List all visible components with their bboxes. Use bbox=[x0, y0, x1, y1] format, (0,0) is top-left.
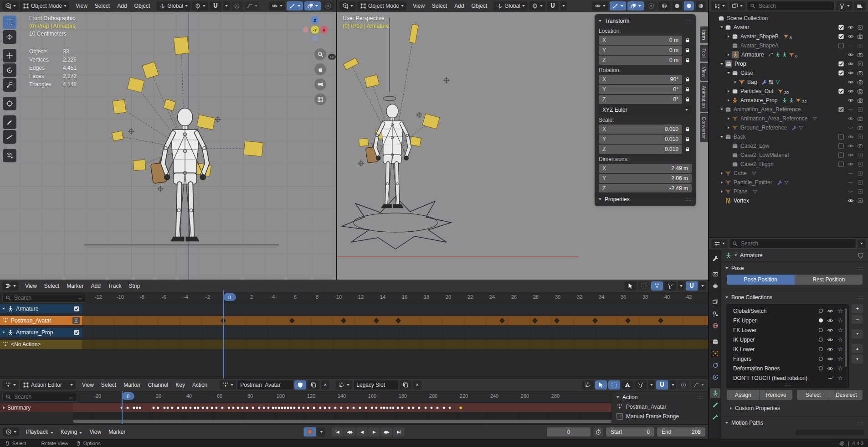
keyframe-dot[interactable] bbox=[166, 406, 169, 409]
pivot-select[interactable] bbox=[192, 1, 208, 10]
sidebar-tab-item[interactable]: Item bbox=[700, 26, 708, 43]
keyframe-dot[interactable] bbox=[170, 406, 174, 409]
filter-options[interactable] bbox=[678, 281, 684, 291]
play-button[interactable]: ▶ bbox=[369, 427, 380, 437]
properties-tab-output[interactable] bbox=[710, 281, 720, 291]
lock-icon[interactable] bbox=[685, 146, 692, 152]
play-reverse-button[interactable]: ◀ bbox=[356, 427, 368, 437]
keyframe-dot[interactable] bbox=[257, 406, 261, 409]
keyframe-dot[interactable] bbox=[189, 406, 192, 409]
keyframe-dot[interactable] bbox=[418, 406, 421, 409]
move-up-button[interactable]: ▲ bbox=[852, 344, 863, 353]
panel-grip-icon[interactable]: :::: bbox=[685, 19, 692, 23]
keyframe-dot[interactable] bbox=[430, 406, 433, 409]
nla-keyframe[interactable] bbox=[499, 318, 504, 323]
toggle-excl[interactable] bbox=[857, 198, 864, 204]
track-channel[interactable]: <No Action> bbox=[0, 340, 82, 349]
filter-button[interactable] bbox=[836, 1, 853, 10]
lock-icon[interactable] bbox=[685, 57, 692, 63]
jump-start-button[interactable]: |◀ bbox=[332, 427, 343, 437]
rotation-x-field[interactable]: X90° bbox=[599, 75, 682, 84]
outliner-item-ground-reference[interactable]: Ground_Reference bbox=[709, 123, 868, 132]
viewport-left-menu-select[interactable]: Select bbox=[92, 2, 113, 10]
overlays-toggle[interactable] bbox=[627, 1, 644, 10]
toggle-cam[interactable] bbox=[857, 115, 864, 122]
keyframe-dot[interactable] bbox=[201, 406, 204, 409]
new-collection-button[interactable] bbox=[854, 1, 866, 10]
lock-icon[interactable] bbox=[685, 97, 692, 102]
tool-annotate-button[interactable] bbox=[3, 115, 16, 129]
push-down-action-button[interactable] bbox=[72, 317, 80, 324]
keyframe-dot[interactable] bbox=[231, 406, 235, 409]
keyframe-dot-selected[interactable] bbox=[459, 406, 462, 409]
xray-toggle[interactable] bbox=[645, 1, 657, 10]
favorite-star-toggle[interactable]: ☆ bbox=[837, 338, 843, 342]
keyframe-dot[interactable] bbox=[184, 406, 187, 409]
outliner-item-case[interactable]: Case bbox=[709, 68, 868, 78]
outliner-item-armature[interactable]: Armature8 bbox=[709, 50, 868, 59]
editor-type-button[interactable] bbox=[711, 1, 728, 10]
panel-collapse-icon[interactable] bbox=[599, 20, 601, 22]
dope-menu-key[interactable]: Key bbox=[172, 381, 188, 389]
summary-channel-row[interactable]: Summary bbox=[0, 403, 708, 412]
keyframe-dot[interactable] bbox=[328, 406, 331, 409]
snapping-toggle[interactable] bbox=[686, 281, 698, 291]
nla-playhead[interactable] bbox=[223, 290, 224, 379]
toggle-eye[interactable] bbox=[847, 70, 854, 76]
snapping-options[interactable] bbox=[699, 281, 706, 291]
track-channel[interactable]: Armature_Prop bbox=[0, 328, 82, 337]
outliner-item-animation-area-reference[interactable]: Animation_Area_Reference bbox=[709, 105, 868, 114]
fake-user-toggle[interactable] bbox=[294, 380, 306, 390]
panel-grip-icon[interactable]: :::: bbox=[685, 197, 692, 202]
filter-button[interactable] bbox=[635, 380, 647, 390]
keyframe-dot[interactable] bbox=[245, 406, 248, 409]
duplicate-action-button[interactable] bbox=[308, 380, 319, 390]
bone-collection-deformation-bones[interactable]: Deformation Bones☆ bbox=[727, 364, 848, 373]
keyframe-dot[interactable] bbox=[323, 406, 326, 409]
expand-toggle[interactable] bbox=[725, 53, 732, 56]
box-select-button[interactable] bbox=[638, 281, 650, 291]
duplicate-slot-button[interactable] bbox=[400, 380, 411, 390]
shading-wireframe-button[interactable] bbox=[658, 1, 670, 10]
favorite-star-toggle[interactable]: ☆ bbox=[837, 366, 843, 371]
keyframe-dot[interactable] bbox=[152, 406, 155, 409]
toggle-cb-on[interactable] bbox=[837, 24, 845, 31]
keyframe-dot[interactable] bbox=[334, 406, 337, 409]
keyframe-dot[interactable] bbox=[205, 406, 209, 409]
shading-solid-button[interactable] bbox=[672, 1, 682, 10]
properties-tab-collection[interactable] bbox=[710, 337, 720, 347]
lock-icon[interactable] bbox=[685, 47, 692, 53]
assign-button[interactable]: Assign bbox=[727, 390, 760, 400]
nla-ruler[interactable]: -12-10-8-6-4-224681012141618202224262830… bbox=[88, 292, 708, 302]
pivot-select[interactable] bbox=[529, 1, 545, 10]
keyframe-dot[interactable] bbox=[401, 406, 404, 409]
location-z-field[interactable]: Z0 m bbox=[599, 56, 682, 65]
track-checkbox[interactable] bbox=[73, 329, 80, 336]
eye-open-toggle[interactable] bbox=[827, 327, 833, 333]
snapping-options[interactable] bbox=[670, 380, 676, 390]
editor-type-button[interactable] bbox=[2, 1, 19, 10]
tool-move-button[interactable] bbox=[3, 49, 16, 62]
dope-menu-channel[interactable]: Channel bbox=[145, 381, 172, 389]
properties-tab-bone[interactable] bbox=[710, 400, 720, 410]
slot-selector[interactable] bbox=[336, 380, 352, 390]
solo-toggle[interactable] bbox=[819, 318, 823, 322]
tool-scale-button[interactable] bbox=[3, 78, 16, 92]
nla-keyframe[interactable] bbox=[658, 318, 663, 323]
tool-transform-button[interactable] bbox=[3, 97, 16, 110]
keyframe-dot[interactable] bbox=[318, 406, 322, 409]
nla-keyframe[interactable] bbox=[625, 318, 630, 323]
deselect-button[interactable]: Deselect bbox=[830, 390, 863, 400]
outliner-item-prop[interactable]: Prop bbox=[709, 59, 868, 68]
editor-type-button[interactable] bbox=[711, 239, 728, 248]
solo-toggle[interactable] bbox=[819, 347, 823, 351]
viewport-left-menu-add[interactable]: Add bbox=[114, 2, 130, 10]
keyframe-dot[interactable] bbox=[262, 406, 265, 409]
sidebar-tab-view[interactable]: View bbox=[700, 63, 708, 81]
zoom-button[interactable] bbox=[314, 48, 326, 60]
toggle-cam-faint[interactable] bbox=[857, 42, 864, 49]
nla-menu-select[interactable]: Select bbox=[41, 282, 62, 290]
scale-x-field[interactable]: X0.010 bbox=[599, 125, 682, 134]
rotation-mode-select[interactable]: XYZ Euler bbox=[599, 105, 692, 114]
viewport-right-menu-view[interactable]: View bbox=[410, 2, 428, 10]
